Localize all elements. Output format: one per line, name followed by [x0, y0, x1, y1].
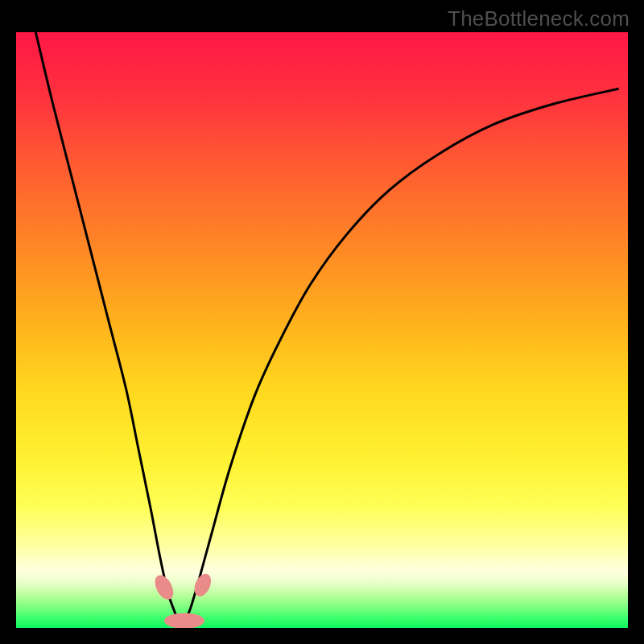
chart-stage: TheBottleneck.com [0, 0, 644, 644]
plot-frame [16, 32, 628, 628]
bottom-lobe-blob [164, 613, 204, 629]
marker-group [151, 571, 214, 628]
curve-layer [16, 32, 628, 628]
bottleneck-curve [35, 32, 618, 622]
watermark-text: TheBottleneck.com [448, 6, 630, 31]
left-lobe-dot [151, 572, 177, 603]
